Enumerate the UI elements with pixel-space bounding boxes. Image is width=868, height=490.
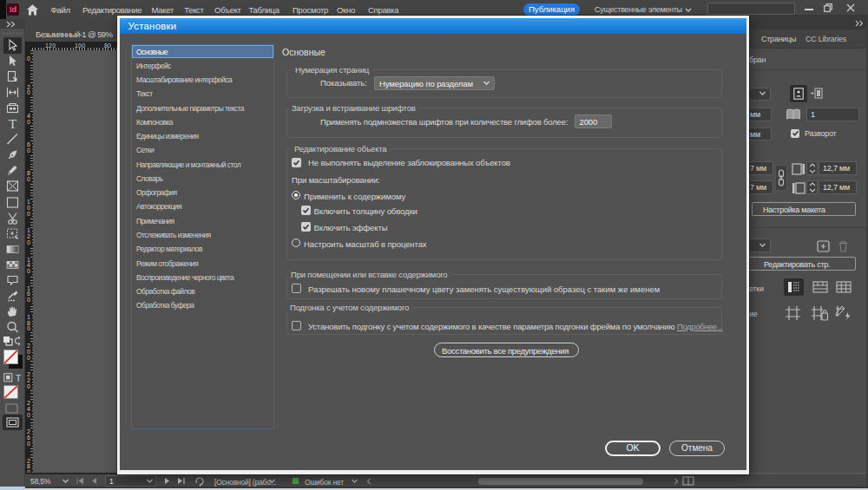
svg-text:T: T — [16, 373, 22, 382]
svg-text:T: T — [9, 117, 16, 131]
